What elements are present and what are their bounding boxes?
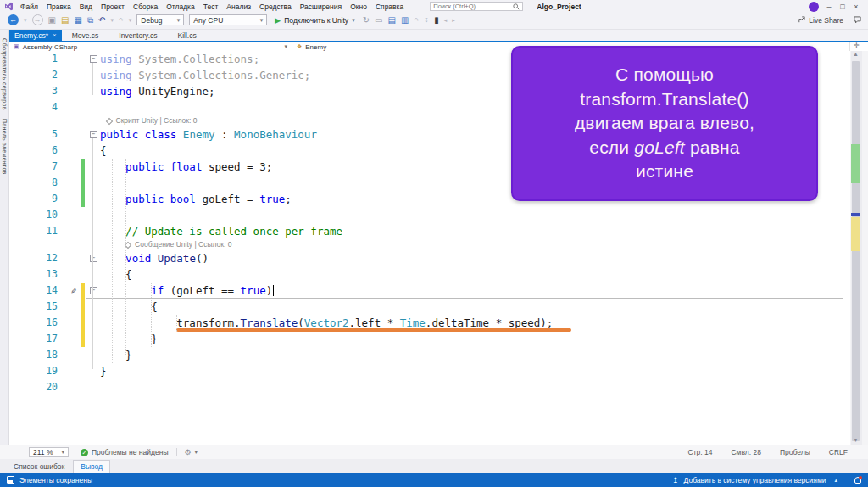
panel-tab-Список ошибок[interactable]: Список ошибок	[7, 461, 71, 473]
menu-item-Средства[interactable]: Средства	[255, 3, 296, 11]
vertical-scrollbar[interactable]: ▲ ▼	[850, 51, 868, 445]
gutter-icon-column[interactable]	[68, 250, 80, 266]
new-project-icon[interactable]: ▣	[48, 14, 56, 27]
fold-column[interactable]	[86, 67, 100, 83]
close-icon[interactable]: ×	[53, 31, 57, 39]
redo-caret[interactable]: ▾	[129, 14, 132, 27]
navigate-forward-icon[interactable]: →	[32, 14, 43, 25]
line-number[interactable]: 5	[9, 126, 68, 143]
menu-item-Окно[interactable]: Окно	[346, 3, 371, 11]
search-input[interactable]	[433, 3, 509, 10]
line-number[interactable]: 17	[9, 331, 68, 347]
line-number[interactable]: 3	[9, 83, 68, 99]
code-text[interactable]	[100, 207, 850, 223]
code-line-10[interactable]: 10	[9, 207, 850, 223]
fold-toggle[interactable]: −	[90, 131, 97, 138]
diagnostics-icon[interactable]: ▥	[401, 14, 409, 27]
code-text[interactable]: // Update is called once per frame	[100, 223, 850, 239]
gutter-icon-column[interactable]	[68, 51, 80, 67]
fold-column[interactable]	[86, 223, 100, 239]
line-number[interactable]: 16	[9, 315, 68, 331]
live-share-button[interactable]: Live Share	[798, 16, 861, 25]
gutter-icon-column[interactable]	[68, 266, 80, 283]
fold-toggle[interactable]: −	[90, 287, 97, 294]
minimize-button[interactable]: –	[822, 3, 836, 11]
preview-window-icon[interactable]: ▭	[375, 14, 382, 27]
fold-column[interactable]	[86, 83, 100, 99]
hot-reload-icon[interactable]: ↻	[363, 14, 370, 27]
redo-icon[interactable]: ↷	[119, 14, 124, 27]
menu-item-Тест[interactable]: Тест	[199, 3, 223, 11]
configuration-select[interactable]: Debug▾	[136, 14, 184, 25]
code-line-11[interactable]: 11 // Update is called once per frame	[9, 223, 850, 239]
fold-column[interactable]	[86, 331, 100, 347]
gutter-icon-column[interactable]	[68, 363, 80, 379]
menu-item-Проект[interactable]: Проект	[97, 3, 129, 11]
next-bookmark-icon[interactable]: ▸	[452, 14, 455, 27]
platform-select[interactable]: Any CPU▾	[189, 14, 267, 25]
undo-caret[interactable]: ▾	[110, 14, 114, 27]
codelens-info[interactable]: Сообщение Unity | Ссылок: 0	[9, 239, 850, 250]
source-control-button[interactable]: ↥ Добавить в систему управления версиями…	[672, 476, 861, 484]
menu-item-Правка[interactable]: Правка	[42, 3, 75, 11]
fold-column[interactable]: −	[86, 283, 100, 299]
gutter-icon-column[interactable]	[68, 347, 80, 363]
code-text[interactable]: void Update()	[100, 250, 850, 266]
line-number[interactable]: 15	[9, 299, 68, 315]
gutter-icon-column[interactable]	[68, 315, 80, 331]
fold-column[interactable]	[86, 99, 100, 115]
line-number[interactable]: 7	[9, 159, 68, 175]
gutter-icon-column[interactable]	[68, 223, 80, 239]
split-editor-handle[interactable]: ✛	[854, 42, 860, 49]
line-number[interactable]: 11	[9, 223, 68, 239]
gutter-icon-column[interactable]	[68, 126, 80, 143]
gutter-icon-column[interactable]	[68, 299, 80, 315]
fold-column[interactable]	[86, 266, 100, 283]
gutter-icon-column[interactable]	[68, 191, 80, 207]
gutter-icon-column[interactable]	[68, 331, 80, 347]
menu-item-Отладка[interactable]: Отладка	[162, 3, 199, 11]
code-line-17[interactable]: 17 }	[9, 331, 850, 347]
code-text[interactable]: if (goLeft == true)	[100, 283, 850, 299]
tool-strip-Панель[interactable]: Панель элементов	[2, 119, 8, 175]
code-line-20[interactable]: 20	[9, 379, 850, 395]
navigate-list-icon[interactable]: ▤	[387, 14, 395, 27]
document-health[interactable]: ✓ Проблемы не найдены	[81, 448, 169, 456]
step-over-icon[interactable]: ↷	[414, 14, 419, 27]
code-text[interactable]: }	[100, 363, 850, 379]
fold-column[interactable]: −	[86, 126, 100, 143]
gutter-icon-column[interactable]	[68, 67, 80, 83]
menu-item-Расширения[interactable]: Расширения	[296, 3, 346, 11]
navigate-backward-icon[interactable]: ←	[8, 14, 19, 25]
notifications-bell-icon[interactable]	[854, 477, 861, 484]
fold-column[interactable]	[86, 379, 100, 395]
code-text[interactable]: {	[100, 299, 850, 315]
maximize-button[interactable]: □	[836, 3, 849, 11]
fold-column[interactable]: −	[86, 51, 100, 67]
code-line-14[interactable]: 14✎− if (goLeft == true)	[9, 283, 850, 299]
code-text[interactable]: }	[100, 331, 850, 347]
tool-strip-Обозреватель[interactable]: Обозреватель серверов	[2, 38, 8, 110]
feedback-icon[interactable]	[854, 16, 861, 24]
fold-toggle[interactable]: −	[90, 55, 97, 63]
save-icon[interactable]: ▦	[74, 14, 81, 27]
tab-Inventorycs[interactable]: Inventory.cs	[108, 30, 167, 41]
code-line-18[interactable]: 18 }	[9, 347, 850, 363]
fold-column[interactable]	[86, 191, 100, 207]
health-settings-icon[interactable]: ⚙	[185, 448, 192, 456]
bookmark-icon[interactable]: ▮	[434, 14, 439, 27]
user-avatar[interactable]	[809, 2, 819, 12]
prev-bookmark-icon[interactable]: ◂	[444, 14, 448, 27]
line-number[interactable]: 1	[9, 51, 68, 67]
line-number[interactable]: 10	[9, 207, 68, 223]
gutter-icon-column[interactable]	[68, 175, 80, 191]
menu-item-Файл[interactable]: Файл	[16, 3, 42, 11]
code-line-13[interactable]: 13 {	[9, 266, 850, 283]
fold-column[interactable]	[86, 315, 100, 331]
line-number[interactable]: 2	[9, 67, 68, 83]
line-number[interactable]: 19	[9, 363, 68, 379]
gutter-icon-column[interactable]	[68, 207, 80, 223]
line-number[interactable]: 13	[9, 266, 68, 283]
fold-column[interactable]	[86, 363, 100, 379]
fold-toggle[interactable]: −	[90, 255, 97, 262]
